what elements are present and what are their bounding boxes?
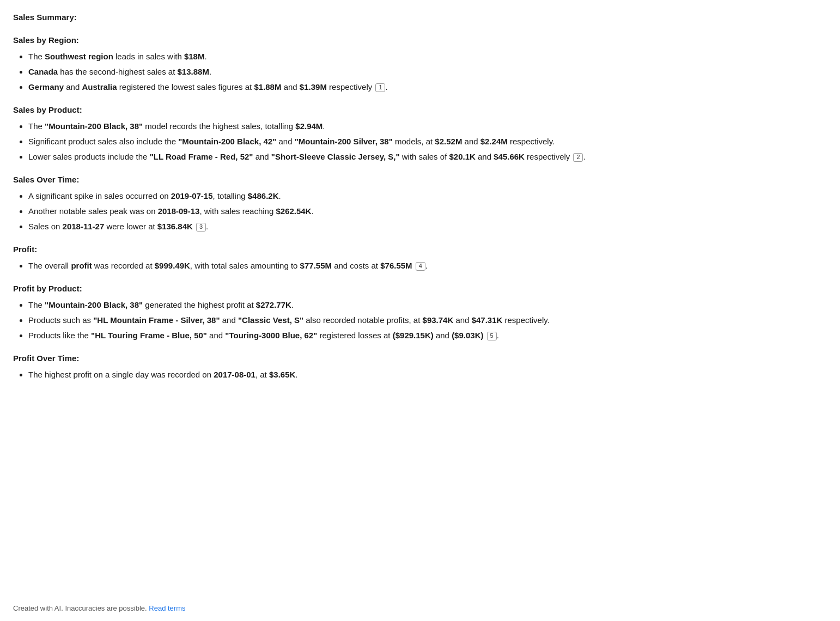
- list-item: A significant spike in sales occurred on…: [28, 190, 827, 203]
- footnote-ref-5: 5: [487, 332, 497, 340]
- list-item: Significant product sales also include t…: [28, 135, 827, 148]
- footnote-ref-1: 1: [375, 83, 385, 92]
- list-item: The Southwest region leads in sales with…: [28, 50, 827, 63]
- list-item: Lower sales products include the "LL Roa…: [28, 150, 827, 163]
- list-item: The highest profit on a single day was r…: [28, 368, 827, 381]
- section-list-profit: The overall profit was recorded at $999.…: [13, 259, 827, 272]
- section-list-profit-over-time: The highest profit on a single day was r…: [13, 368, 827, 381]
- list-item: The "Mountain-200 Black, 38" generated t…: [28, 299, 827, 312]
- footnote-ref-3: 3: [196, 223, 206, 232]
- list-item: Products such as "HL Mountain Frame - Si…: [28, 314, 827, 327]
- section-title-profit: Profit:: [13, 243, 827, 256]
- list-item: Another notable sales peak was on 2018-0…: [28, 205, 827, 218]
- section-title-sales-by-product: Sales by Product:: [13, 104, 827, 117]
- content-sections: Sales by Region:The Southwest region lea…: [13, 34, 827, 381]
- section-title-profit-by-product: Profit by Product:: [13, 282, 827, 295]
- list-item: Products like the "HL Touring Frame - Bl…: [28, 329, 827, 342]
- section-list-sales-over-time: A significant spike in sales occurred on…: [13, 190, 827, 233]
- footnote-ref-2: 2: [573, 153, 583, 162]
- list-item: Germany and Australia registered the low…: [28, 81, 827, 94]
- list-item: The overall profit was recorded at $999.…: [28, 259, 827, 272]
- footnote-ref-4: 4: [416, 262, 425, 271]
- list-item: Sales on 2018-11-27 were lower at $136.8…: [28, 220, 827, 233]
- main-title: Sales Summary:: [13, 11, 827, 24]
- section-list-profit-by-product: The "Mountain-200 Black, 38" generated t…: [13, 299, 827, 342]
- section-title-profit-over-time: Profit Over Time:: [13, 352, 827, 365]
- section-list-sales-by-product: The "Mountain-200 Black, 38" model recor…: [13, 120, 827, 163]
- section-title-sales-by-region: Sales by Region:: [13, 34, 827, 47]
- section-list-sales-by-region: The Southwest region leads in sales with…: [13, 50, 827, 94]
- list-item: The "Mountain-200 Black, 38" model recor…: [28, 120, 827, 133]
- list-item: Canada has the second-highest sales at $…: [28, 65, 827, 78]
- section-title-sales-over-time: Sales Over Time:: [13, 173, 827, 186]
